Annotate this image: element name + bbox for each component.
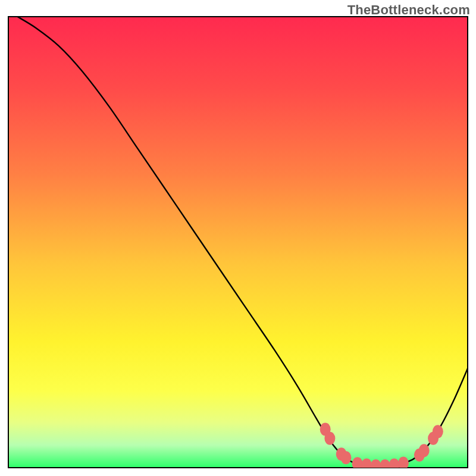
watermark-text: TheBottleneck.com [347, 2, 470, 18]
marker-dot [361, 458, 372, 471]
marker-dot [419, 444, 430, 457]
chart-container: TheBottleneck.com [0, 0, 476, 476]
marker-dot [380, 459, 390, 472]
marker-dot [389, 458, 399, 471]
marker-dot [371, 459, 381, 472]
marker-dot [433, 425, 443, 438]
bottleneck-chart [0, 0, 476, 476]
marker-dot [340, 451, 351, 464]
gradient-background [8, 17, 468, 468]
marker-dot [324, 432, 335, 445]
